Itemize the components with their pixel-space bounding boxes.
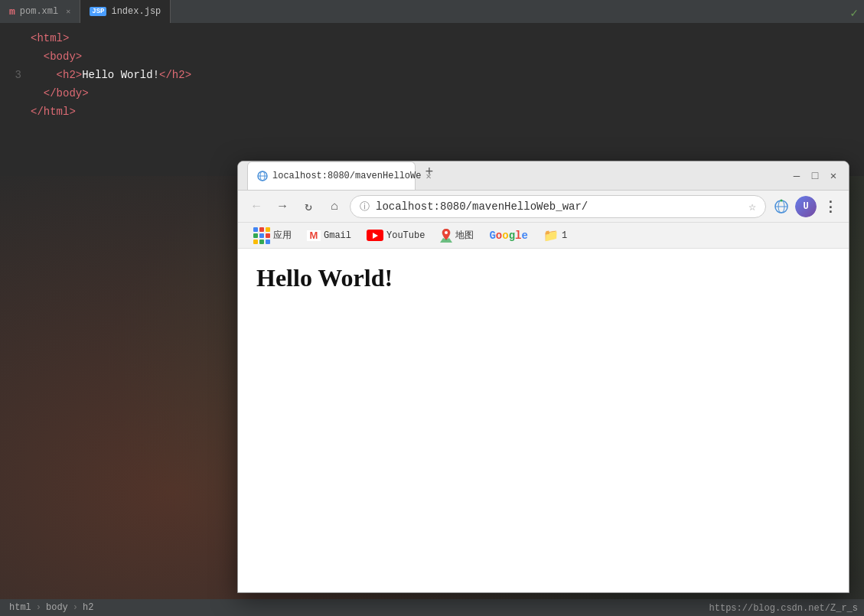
browser-navbar: ← → ↻ ⌂ ⓘ localhost:8080/mavenHelloWeb_w…	[238, 191, 849, 223]
bookmark-maps[interactable]: 地图	[434, 226, 480, 246]
browser-window-controls: — □ ✕	[791, 170, 840, 182]
browser-window: localhost:8080/mavenHelloWe ✕ + — □ ✕ ← …	[237, 161, 849, 593]
code-content-3: <h2>Hello World!</h2>	[31, 66, 191, 84]
browser-ext-icons: U ⋮	[771, 196, 841, 217]
breadcrumb-chevron-2: ›	[73, 602, 78, 613]
tab-close-pom[interactable]: ✕	[66, 7, 70, 16]
svg-point-6	[781, 199, 783, 201]
browser-menu-button[interactable]: ⋮	[820, 196, 841, 217]
user-avatar[interactable]: U	[795, 196, 817, 217]
bookmark-maps-label: 地图	[455, 229, 474, 242]
browser-tab-favicon	[257, 171, 268, 181]
network-icon	[774, 199, 789, 214]
folder-icon: 📁	[543, 228, 559, 243]
apps-grid-icon	[253, 227, 270, 244]
breadcrumb-html: html	[9, 602, 31, 613]
code-line-4: </body>	[0, 84, 864, 103]
code-content-1: <html>	[31, 29, 69, 47]
hello-world-heading: Hello World!	[256, 264, 830, 292]
breadcrumb-body: body	[46, 602, 68, 613]
code-content-2: <body>	[31, 47, 82, 66]
youtube-icon	[367, 230, 383, 241]
browser-tab-strip: localhost:8080/mavenHelloWe ✕ +	[247, 161, 784, 190]
line-number-3: 3	[0, 66, 31, 84]
bookmark-star-icon[interactable]: ☆	[748, 199, 756, 214]
back-button[interactable]: ←	[246, 196, 267, 217]
browser-titlebar: localhost:8080/mavenHelloWe ✕ + — □ ✕	[238, 161, 849, 191]
tab-label-jsp: index.jsp	[111, 6, 161, 17]
bookmarks-bar: 应用 M Gmail YouTube 地图 Google	[238, 223, 849, 249]
reload-button[interactable]: ↻	[298, 196, 319, 217]
browser-minimize-button[interactable]: —	[791, 170, 803, 182]
network-ext-icon[interactable]	[771, 196, 792, 217]
bookmark-gmail-label: Gmail	[324, 230, 351, 241]
url-hint: https://blog.csdn.net/Z_r_s	[703, 601, 864, 616]
ide-tab-jsp[interactable]: JSP index.jsp	[80, 0, 171, 23]
code-line-5: </html>	[0, 103, 864, 121]
new-tab-button[interactable]: +	[419, 161, 440, 183]
youtube-play-icon	[373, 233, 378, 239]
jsp-icon: JSP	[90, 7, 106, 16]
code-line-3: 3 <h2>Hello World!</h2>	[0, 66, 864, 84]
breadcrumb-h2: h2	[83, 602, 93, 613]
code-line-2: <body>	[0, 47, 864, 66]
globe-favicon-icon	[257, 171, 268, 181]
browser-content: Hello World!	[238, 249, 849, 592]
code-content-5: </html>	[31, 103, 76, 121]
browser-maximize-button[interactable]: □	[809, 170, 821, 182]
bookmark-google[interactable]: Google	[483, 227, 533, 245]
bookmark-youtube-label: YouTube	[386, 230, 425, 241]
browser-close-button[interactable]: ✕	[827, 170, 840, 182]
code-content-4: </body>	[31, 84, 89, 103]
bookmark-folder-label: 1	[562, 230, 567, 241]
address-text: localhost:8080/mavenHelloWeb_war/	[376, 200, 742, 213]
forward-button[interactable]: →	[272, 196, 293, 217]
bookmark-folder[interactable]: 📁 1	[537, 225, 573, 246]
ide-checkmark: ✓	[850, 5, 858, 21]
gmail-icon: M	[307, 230, 321, 241]
address-bar[interactable]: ⓘ localhost:8080/mavenHelloWeb_war/ ☆	[350, 195, 766, 218]
bookmark-youtube[interactable]: YouTube	[360, 227, 431, 244]
ide-tab-bar: m pom.xml ✕ JSP index.jsp	[0, 0, 864, 23]
maps-icon	[440, 229, 452, 243]
bookmark-gmail[interactable]: M Gmail	[301, 227, 357, 244]
google-g-icon: Google	[489, 230, 527, 242]
pom-icon: m	[9, 6, 15, 18]
code-line-1: <html>	[0, 29, 864, 47]
ide-tab-pom[interactable]: m pom.xml ✕	[0, 0, 80, 23]
address-lock-icon: ⓘ	[360, 200, 370, 213]
browser-active-tab[interactable]: localhost:8080/mavenHelloWe ✕	[247, 161, 416, 190]
bookmark-apps-label: 应用	[273, 229, 292, 242]
home-button[interactable]: ⌂	[324, 196, 345, 217]
svg-point-7	[445, 231, 448, 234]
browser-tab-title: localhost:8080/mavenHelloWe	[272, 171, 421, 181]
code-area: <html> <body> 3 <h2>Hello World!</h2> </…	[0, 23, 864, 176]
bookmark-apps[interactable]: 应用	[247, 224, 298, 247]
breadcrumb-chevron-1: ›	[36, 602, 41, 613]
tab-label-pom: pom.xml	[20, 6, 58, 17]
